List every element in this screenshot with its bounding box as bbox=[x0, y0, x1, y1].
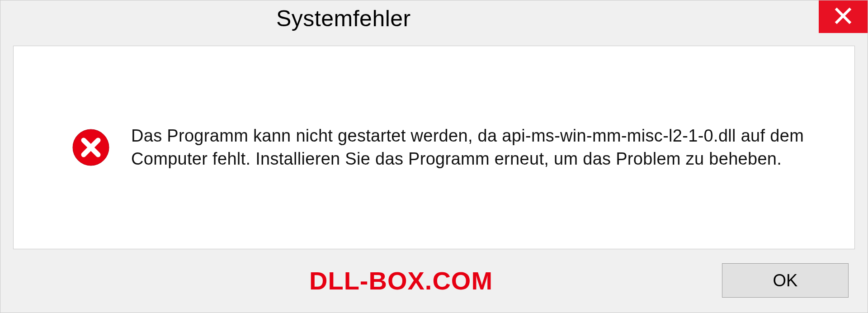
close-button[interactable] bbox=[819, 0, 868, 33]
content-area: Das Programm kann nicht gestartet werden… bbox=[0, 37, 868, 313]
error-icon bbox=[72, 129, 109, 166]
error-dialog-window: Systemfehler Das Programm kann nicht ges… bbox=[0, 0, 868, 313]
ok-button-label: OK bbox=[773, 271, 798, 290]
message-panel: Das Programm kann nicht gestartet werden… bbox=[13, 46, 855, 249]
error-message: Das Programm kann nicht gestartet werden… bbox=[131, 124, 814, 171]
watermark-text: DLL-BOX.COM bbox=[13, 266, 493, 295]
close-icon bbox=[834, 7, 852, 27]
titlebar: Systemfehler bbox=[0, 0, 868, 37]
ok-button[interactable]: OK bbox=[722, 263, 849, 298]
dialog-title: Systemfehler bbox=[276, 5, 411, 32]
dialog-footer: DLL-BOX.COM OK bbox=[13, 256, 855, 305]
